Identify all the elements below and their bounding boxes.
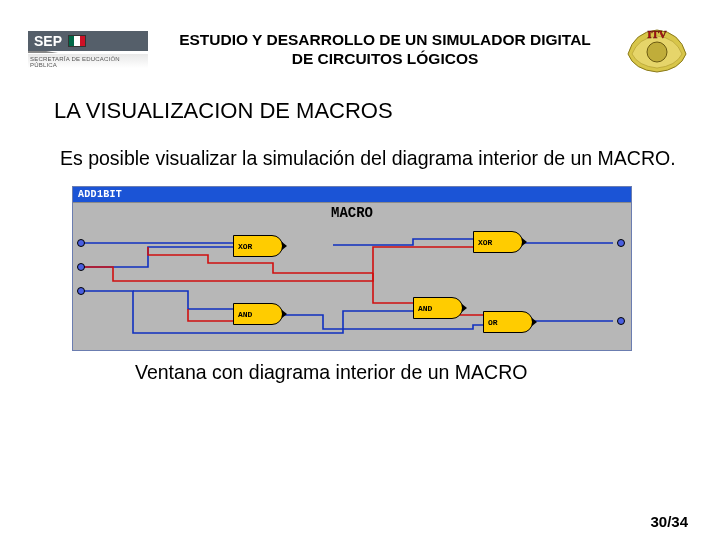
- gate-or: OR: [483, 311, 533, 333]
- flag-wave-icon: [28, 51, 58, 53]
- svg-point-0: [647, 42, 667, 62]
- title-line-2: DE CIRCUITOS LÓGICOS: [156, 49, 614, 68]
- gate-and: AND: [233, 303, 283, 325]
- wires-svg: [73, 203, 631, 350]
- body-paragraph: Es posible visualizar la simulación del …: [0, 124, 720, 170]
- sep-logo-bar: SEP: [28, 31, 148, 51]
- itv-logo-text: ITV: [647, 28, 667, 40]
- sep-logo-text: SEP: [34, 33, 62, 49]
- itv-crest-icon: ITV: [626, 24, 688, 74]
- sep-subtitle: SECRETARÍA DE EDUCACIÓN PÚBLICA: [28, 54, 148, 68]
- page-number: 30/34: [650, 513, 688, 530]
- macro-canvas: MACRO: [73, 202, 631, 350]
- gate-xor: XOR: [233, 235, 283, 257]
- gate-and: AND: [413, 297, 463, 319]
- itv-logo: ITV: [622, 24, 692, 74]
- mexico-flag-icon: [68, 35, 86, 47]
- gate-xor: XOR: [473, 231, 523, 253]
- title-line-1: ESTUDIO Y DESARROLLO DE UN SIMULADOR DIG…: [156, 30, 614, 49]
- sep-logo: SEP SECRETARÍA DE EDUCACIÓN PÚBLICA: [28, 31, 148, 68]
- macro-window-titlebar: ADD1BIT: [73, 187, 631, 202]
- slide-header: SEP SECRETARÍA DE EDUCACIÓN PÚBLICA ESTU…: [0, 0, 720, 80]
- section-title: LA VISUALIZACION DE MACROS: [0, 80, 720, 124]
- document-title: ESTUDIO Y DESARROLLO DE UN SIMULADOR DIG…: [148, 30, 622, 69]
- macro-window: ADD1BIT MACRO: [72, 186, 632, 351]
- figure-caption: Ventana con diagrama interior de un MACR…: [0, 351, 720, 384]
